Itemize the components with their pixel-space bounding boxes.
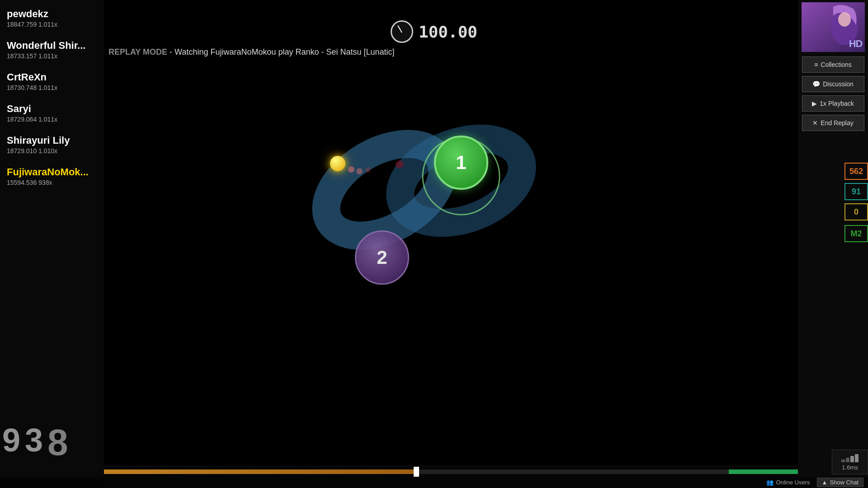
ping-bar-2	[846, 458, 849, 462]
ping-bar-1	[841, 460, 845, 462]
player-stats-0: 18847.759 1.011x	[7, 21, 97, 28]
timer-clock-icon	[391, 20, 413, 43]
player-stats-4: 18729.010 1.010x	[7, 147, 97, 155]
slider-ball	[330, 156, 345, 171]
avatar-hd-badge: HD	[849, 38, 863, 50]
ping-bar-4	[855, 454, 859, 462]
ping-bar-3	[850, 456, 854, 462]
trail-dot-1	[348, 166, 354, 173]
leaderboard-entry-5: FujiwaraNoMok...15594.536 938x	[2, 163, 102, 190]
trail-dot-4	[396, 160, 404, 169]
show-chat-label: Show Chat	[830, 479, 859, 486]
replay-mode-detail: - Watching FujiwaraNoMokou play Ranko - …	[170, 47, 395, 56]
player-name-5: FujiwaraNoMok...	[7, 166, 97, 178]
bottom-stats-panel: 9 3 8	[2, 424, 68, 461]
player-name-2: CrtReXn	[7, 71, 97, 83]
leaderboard-list: pewdekz18847.759 1.011xWonderful Shir...…	[2, 5, 102, 190]
discussion-button[interactable]: 💬 Discussion	[802, 76, 864, 92]
trail-dot-2	[356, 168, 363, 174]
users-icon: 👥	[766, 479, 774, 486]
avatar: HD	[802, 2, 865, 52]
playback-button[interactable]: ▶ 1x Playback	[802, 95, 864, 112]
collections-label: Collections	[821, 61, 851, 68]
leaderboard-entry-1: Wonderful Shir...18733.157 1.011x	[2, 36, 102, 63]
hit-circle-2-number: 2	[377, 247, 387, 268]
chat-arrow-icon: ▲	[822, 479, 828, 486]
collections-button[interactable]: ≡ Collections	[802, 56, 864, 73]
trail-dot-3	[365, 167, 371, 173]
player-stats-2: 18730.748 1.011x	[7, 84, 97, 91]
player-stats-3: 18729.064 1.011x	[7, 116, 97, 123]
leaderboard-entry-3: Saryi18729.064 1.011x	[2, 99, 102, 127]
bottom-bar: 👥 Online Users ▲ Show Chat	[0, 477, 868, 488]
player-name-0: pewdekz	[7, 8, 97, 20]
progress-fill-right	[729, 469, 798, 474]
player-stats-1: 18733.157 1.011x	[7, 52, 97, 60]
stat-num-2: 8	[47, 424, 68, 461]
badge-0: 0	[844, 203, 868, 221]
progress-track	[104, 469, 798, 474]
online-users-label: Online Users	[776, 479, 810, 486]
stat-num-0: 9	[2, 424, 20, 461]
progress-cursor[interactable]	[414, 467, 419, 477]
sidebar-right: HD ≡ Collections 💬 Discussion ▶ 1x Playb…	[798, 0, 868, 488]
ping-bars	[841, 453, 859, 462]
end-replay-label: End Replay	[821, 119, 853, 127]
leaderboard-entry-4: Shirayuri Lily18729.010 1.010x	[2, 131, 102, 158]
leaderboard-entry-2: CrtReXn18730.748 1.011x	[2, 68, 102, 95]
player-name-3: Saryi	[7, 103, 97, 115]
svg-point-5	[838, 12, 851, 27]
ping-value: 1.6ms	[842, 464, 858, 471]
player-name-4: Shirayuri Lily	[7, 135, 97, 146]
end-replay-icon: ✕	[812, 119, 818, 127]
discussion-icon: 💬	[812, 80, 820, 88]
game-area: 1 2	[104, 0, 798, 465]
playback-label: 1x Playback	[820, 100, 854, 107]
leaderboard-entry-0: pewdekz18847.759 1.011x	[2, 5, 102, 32]
hit-circle-2: 2	[355, 230, 409, 285]
progress-bar-container[interactable]	[104, 467, 798, 477]
discussion-label: Discussion	[823, 80, 854, 88]
playback-icon: ▶	[812, 100, 817, 107]
replay-mode-label: REPLAY MODE	[108, 47, 167, 56]
timer-value: 100.00	[419, 23, 477, 41]
collections-icon: ≡	[814, 61, 818, 68]
hit-circle-1: 1	[434, 136, 488, 190]
leaderboard-sidebar: pewdekz18847.759 1.011xWonderful Shir...…	[0, 0, 104, 488]
hit-circle-1-number: 1	[456, 152, 466, 174]
player-stats-5: 15594.536 938x	[7, 179, 97, 186]
show-chat-button[interactable]: ▲ Show Chat	[817, 478, 863, 487]
badge-91: 91	[844, 183, 868, 200]
online-users-button[interactable]: 👥 Online Users	[766, 479, 810, 486]
end-replay-button[interactable]: ✕ End Replay	[802, 115, 864, 131]
game-canvas-svg	[104, 0, 798, 465]
player-name-1: Wonderful Shir...	[7, 40, 97, 52]
progress-fill-left	[104, 469, 416, 474]
stat-num-1: 3	[25, 424, 43, 461]
replay-mode-banner: REPLAY MODE - Watching FujiwaraNoMokou p…	[108, 47, 395, 57]
badge-562: 562	[844, 163, 868, 180]
ping-display: 1.6ms	[832, 450, 868, 474]
badge-m2: M2	[844, 225, 868, 242]
timer-container: 100.00	[391, 20, 477, 43]
